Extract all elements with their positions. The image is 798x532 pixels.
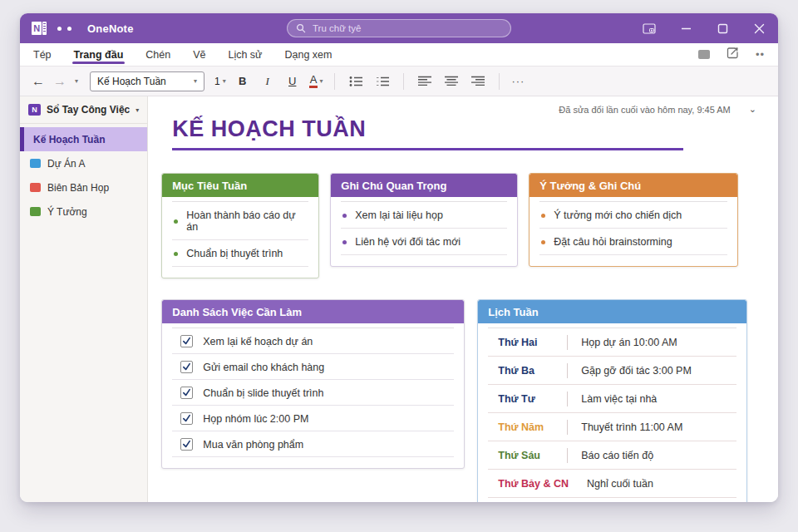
card-header: Ghi Chú Quan Trọng: [331, 174, 517, 197]
sidebar-item-du-an-a[interactable]: Dự Án A: [20, 151, 147, 175]
italic-button[interactable]: I: [259, 75, 276, 88]
more-options-icon[interactable]: ••: [756, 48, 765, 61]
chevron-down-icon[interactable]: ⌄: [749, 104, 756, 115]
share-edit-icon[interactable]: [727, 47, 739, 62]
app-title: OneNote: [87, 22, 134, 35]
todo-item[interactable]: Chuẩn bị slide thuyết trình: [172, 380, 454, 406]
todo-text: Xem lại kế hoạch dự án: [203, 336, 313, 347]
todo-text: Gửi email cho khách hàng: [203, 362, 324, 373]
tab-lich-su[interactable]: Lịch sử: [228, 43, 262, 66]
onenote-logo-letter: N: [32, 22, 42, 35]
page-canvas[interactable]: Đã sửa đổi lần cuối vào hôm nay, 9:45 AM…: [148, 96, 778, 502]
last-modified-text: Đã sửa đổi lần cuối vào hôm nay, 9:45 AM: [559, 105, 731, 115]
toolbar-separator: [403, 73, 404, 90]
todo-item[interactable]: Mua văn phòng phẩm: [172, 431, 454, 457]
card-danh-sach-viec-can-lam: Danh Sách Việc Cần Làm Xem lại kế hoạch …: [161, 299, 465, 469]
ribbon-tabs-row: Tép Trang đầu Chén Vẽ Lịch sử Dạng xem •…: [20, 43, 778, 66]
maximize-button[interactable]: [715, 21, 730, 36]
list-item[interactable]: Chuẩn bị thuyết trình: [172, 240, 308, 267]
calendar-row[interactable]: Thứ Hai Họp dự án 10:00 AM: [488, 328, 736, 357]
calendar-event: Làm việc tại nhà: [581, 393, 657, 405]
list-item[interactable]: Xem lại tài liệu họp: [341, 202, 507, 229]
list-item[interactable]: Đặt câu hỏi brainstorming: [539, 229, 727, 255]
sidebar-item-bien-ban-hop[interactable]: Biên Bản Họp: [20, 175, 147, 200]
align-right-button[interactable]: [469, 76, 487, 86]
todo-item[interactable]: Họp nhóm lúc 2:00 PM: [172, 406, 454, 431]
notebook-caret-icon: ▾: [135, 106, 139, 114]
item-text: Xem lại tài liệu họp: [355, 209, 443, 221]
item-text: Liên hệ với đối tác mới: [355, 236, 461, 248]
calendar-row[interactable]: Thứ Tư Làm việc tại nhà: [488, 385, 736, 413]
sidebar-item-y-tuong[interactable]: Ý Tưởng: [20, 200, 147, 224]
notebook-icon: N: [28, 104, 41, 116]
bullet-icon: [541, 240, 545, 244]
align-left-button[interactable]: [416, 76, 434, 86]
list-item[interactable]: Hoàn thành báo cáo dự án: [172, 202, 308, 240]
calendar-event: Nghỉ cuối tuần: [587, 478, 653, 490]
calendar-day: Thứ Bảy & CN: [498, 476, 574, 491]
todo-item[interactable]: Gửi email cho khách hàng: [172, 354, 454, 380]
back-button[interactable]: ←: [32, 75, 45, 88]
calendar-row[interactable]: Thứ Sáu Báo cáo tiến độ: [488, 441, 736, 470]
forward-button[interactable]: →: [53, 75, 66, 88]
font-size-caret-icon: ▾: [223, 77, 226, 85]
card-row-1: Mục Tiêu Tuần Hoàn thành báo cáo dự án C…: [161, 173, 765, 278]
notebook-name: Sổ Tay Công Việc: [47, 104, 130, 116]
font-color-caret-icon: ▾: [319, 77, 323, 85]
onenote-window: N OneNote Tru chữ tyê: [20, 13, 778, 502]
checkbox-checked-icon[interactable]: [180, 387, 193, 399]
toolbar-more-icon[interactable]: ···: [511, 75, 525, 87]
calendar-event: Thuyết trình 11:00 AM: [581, 421, 682, 433]
tab-trang-dau[interactable]: Trang đầu: [74, 43, 124, 66]
nav-history-caret-icon[interactable]: ▾: [75, 77, 78, 85]
formatting-toolbar: ← → ▾ Kế Hoạch Tuần ▾ 1 ▾ B I U A ▾: [20, 66, 778, 96]
calendar-row[interactable]: Thứ Năm Thuyết trình 11:00 AM: [488, 413, 736, 441]
sidebar-item-ke-hoach-tuan[interactable]: Kế Hoạch Tuần: [20, 127, 147, 151]
search-input[interactable]: Tru chữ tyê: [287, 19, 511, 37]
tab-ve[interactable]: Vẽ: [193, 43, 205, 66]
section-label: Dự Án A: [47, 158, 85, 170]
underline-button[interactable]: U: [284, 75, 301, 87]
bullet-icon: [174, 219, 178, 224]
todo-item[interactable]: Xem lại kế hoạch dự án: [172, 328, 454, 354]
todo-text: Họp nhóm lúc 2:00 PM: [203, 413, 308, 425]
tab-dang-xem[interactable]: Dạng xem: [285, 43, 332, 66]
font-size-value: 1: [214, 76, 220, 87]
style-dropdown[interactable]: Kế Hoạch Tuần ▾: [90, 71, 204, 91]
calendar-event: Báo cáo tiến độ: [581, 450, 653, 461]
minimize-button[interactable]: [678, 21, 693, 36]
list-item[interactable]: Liên hệ với đối tác mới: [341, 229, 507, 255]
close-button[interactable]: [751, 21, 766, 36]
font-color-button[interactable]: A ▾: [309, 74, 323, 88]
tab-chen[interactable]: Chén: [145, 43, 170, 66]
bullet-list-button[interactable]: [347, 76, 365, 87]
checkbox-checked-icon[interactable]: [180, 412, 193, 425]
checkbox-checked-icon[interactable]: [180, 335, 193, 347]
ribbon-display-icon[interactable]: [642, 21, 657, 36]
card-row-2: Danh Sách Việc Cần Làm Xem lại kế hoạch …: [161, 299, 765, 502]
checkbox-checked-icon[interactable]: [180, 438, 193, 451]
card-ghi-chu-quan-trong: Ghi Chú Quan Trọng Xem lại tài liệu họp …: [330, 173, 518, 267]
numbered-list-button[interactable]: [373, 76, 392, 87]
checkbox-checked-icon[interactable]: [180, 361, 193, 373]
onenote-logo-spine: [42, 22, 47, 35]
toolbar-separator: [334, 73, 335, 90]
item-text: Chuẩn bị thuyết trình: [186, 248, 283, 259]
comments-icon[interactable]: [698, 50, 710, 59]
notebook-selector[interactable]: N Sổ Tay Công Việc ▾: [20, 96, 147, 124]
calendar-day: Thứ Ba: [498, 363, 568, 378]
section-label: Biên Bản Họp: [47, 182, 109, 194]
align-center-button[interactable]: [442, 76, 461, 86]
list-item[interactable]: Ý tưởng mới cho chiến dịch: [539, 202, 727, 229]
style-dropdown-caret-icon: ▾: [194, 77, 197, 85]
bold-button[interactable]: B: [234, 75, 251, 87]
sidebar: N Sổ Tay Công Việc ▾ Kế Hoạch Tuần Dự Án…: [20, 96, 148, 502]
calendar-row[interactable]: Thứ Bảy & CN Nghỉ cuối tuần: [488, 470, 736, 498]
tab-tep[interactable]: Tép: [33, 43, 52, 66]
search-placeholder: Tru chữ tyê: [313, 23, 361, 33]
calendar-day: Thứ Hai: [498, 335, 568, 350]
calendar-row[interactable]: Thứ Ba Gặp gỡ đối tác 3:00 PM: [488, 357, 736, 385]
section-color-icon: [30, 207, 41, 216]
font-size-dropdown[interactable]: 1 ▾: [214, 76, 226, 87]
window-dots: [57, 27, 71, 31]
